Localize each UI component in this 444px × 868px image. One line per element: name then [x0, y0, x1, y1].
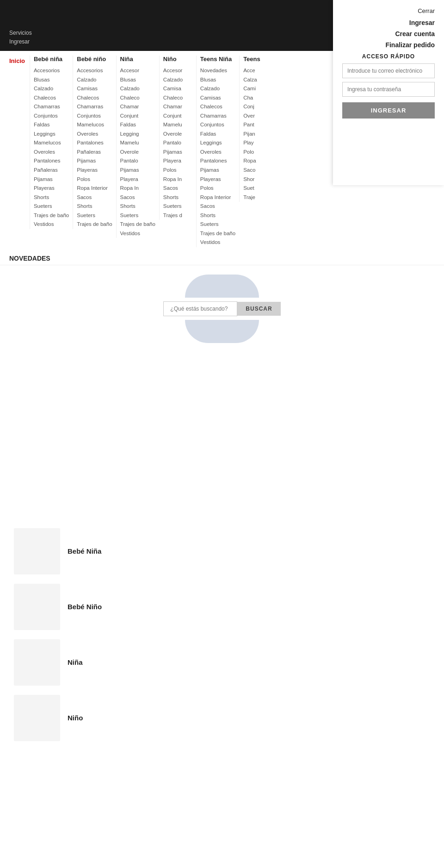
nav-item[interactable]: Faldas [34, 120, 69, 130]
nav-item[interactable]: Pijamas [163, 148, 192, 157]
nav-item[interactable]: Playera [163, 156, 192, 166]
nav-item[interactable]: Chalecos [34, 94, 69, 103]
nav-item[interactable]: Pijamas [77, 156, 112, 166]
nav-item[interactable]: Sueters [120, 211, 155, 220]
nav-item[interactable]: Sueters [163, 202, 192, 211]
nav-inicio[interactable]: Inicio [5, 57, 30, 64]
nav-item[interactable]: Trajes de baño [34, 211, 69, 220]
nav-item[interactable]: Suet [243, 184, 272, 193]
nav-item[interactable]: Chamarras [77, 102, 112, 112]
nav-item[interactable]: Legging [120, 130, 155, 139]
close-button[interactable]: Cerrar [342, 7, 435, 14]
nav-item[interactable]: Pantalo [120, 156, 155, 166]
nav-item[interactable]: Accesorios [34, 66, 69, 75]
nav-item[interactable]: Calzado [77, 75, 112, 85]
nav-item[interactable]: Pañaleras [34, 166, 69, 175]
nav-item[interactable]: Shorts [77, 202, 112, 211]
nav-item[interactable]: Chalecos [200, 102, 235, 112]
category-card-bebe-nina[interactable]: Bebé Niña [14, 528, 430, 575]
nav-item[interactable]: Pantalones [77, 138, 112, 148]
nav-item[interactable]: Ropa In [120, 184, 155, 193]
nav-item[interactable]: Overoles [200, 148, 235, 157]
nav-item[interactable]: Pijamas [34, 175, 69, 184]
nav-item[interactable]: Camisas [77, 84, 112, 94]
nav-item[interactable]: Trajes de baño [120, 220, 155, 229]
nav-item[interactable]: Calzado [120, 84, 155, 94]
search-button[interactable]: BUSCAR [237, 302, 280, 316]
nav-item[interactable]: Sueters [200, 220, 235, 229]
nav-item[interactable]: Ropa In [163, 175, 192, 184]
nav-item[interactable]: Accesorios [77, 66, 112, 75]
nav-item[interactable]: Saco [243, 166, 272, 175]
nav-item[interactable]: Polos [163, 166, 192, 175]
nav-item[interactable]: Pañaleras [77, 148, 112, 157]
category-card-bebe-nino[interactable]: Bebé Niño [14, 584, 430, 630]
nav-item[interactable]: Shorts [34, 193, 69, 202]
nav-item[interactable]: Ropa [243, 156, 272, 166]
nav-item[interactable]: Mamelucos [77, 120, 112, 130]
nav-item[interactable]: Conjuntos [200, 120, 235, 130]
servicios-link[interactable]: Servicios [9, 29, 32, 37]
nav-item[interactable]: Accesor [163, 66, 192, 75]
nav-item[interactable]: Camisas [200, 94, 235, 103]
ingresar-panel-link[interactable]: Ingresar [342, 19, 435, 26]
nav-item[interactable]: Mamelu [163, 120, 192, 130]
nav-item[interactable]: Pantalones [200, 156, 235, 166]
nav-item[interactable]: Calzado [200, 84, 235, 94]
nav-item[interactable]: Overole [120, 148, 155, 157]
nav-item[interactable]: Trajes d [163, 211, 192, 220]
nav-item[interactable]: Shorts [120, 202, 155, 211]
nav-item[interactable]: Pantalones [34, 156, 69, 166]
nav-item[interactable]: Polo [243, 148, 272, 157]
nav-item[interactable]: Trajes de baño [77, 220, 112, 229]
nav-item[interactable]: Overole [163, 130, 192, 139]
finalizar-pedido-link[interactable]: Finalizar pedido [342, 41, 435, 49]
nav-item[interactable]: Shorts [200, 211, 235, 220]
nav-item[interactable]: Playeras [34, 184, 69, 193]
nav-item[interactable]: Polos [200, 184, 235, 193]
ingresar-link[interactable]: Ingresar [9, 37, 32, 46]
nav-item[interactable]: Pijan [243, 130, 272, 139]
category-card-nina[interactable]: Niña [14, 639, 430, 686]
nav-item[interactable]: Traje [243, 193, 272, 202]
nav-item[interactable]: Calzado [163, 75, 192, 85]
nav-item[interactable]: Chalecos [77, 94, 112, 103]
nav-item[interactable]: Accesor [120, 66, 155, 75]
nav-item[interactable]: Playera [120, 175, 155, 184]
nav-item[interactable]: Faldas [120, 120, 155, 130]
nav-item[interactable]: Leggings [200, 138, 235, 148]
nav-item[interactable]: Pant [243, 120, 272, 130]
nav-item[interactable]: Chaleco [163, 94, 192, 103]
nav-item[interactable]: Vestidos [120, 229, 155, 238]
nav-item[interactable]: Sacos [200, 202, 235, 211]
nav-item[interactable]: Blusas [120, 75, 155, 85]
nav-item[interactable]: Mamelucos [34, 138, 69, 148]
nav-item[interactable]: Calza [243, 75, 272, 85]
nav-item[interactable]: Over [243, 112, 272, 121]
crear-cuenta-link[interactable]: Crear cuenta [342, 30, 435, 37]
nav-item[interactable]: Conjuntos [34, 112, 69, 121]
nav-item[interactable]: Polos [77, 175, 112, 184]
nav-item[interactable]: Cha [243, 94, 272, 103]
nav-item[interactable]: Overoles [77, 130, 112, 139]
nav-item[interactable]: Shorts [163, 193, 192, 202]
category-card-nino[interactable]: Niño [14, 695, 430, 741]
email-input[interactable] [342, 63, 435, 78]
nav-item[interactable]: Vestidos [200, 238, 235, 247]
nav-item[interactable]: Chamar [163, 102, 192, 112]
password-input[interactable] [342, 82, 435, 97]
nav-item[interactable]: Leggings [34, 130, 69, 139]
nav-item[interactable]: Camisa [163, 84, 192, 94]
nav-item[interactable]: Conjunt [120, 112, 155, 121]
search-input[interactable] [163, 301, 237, 316]
nav-item[interactable]: Vestidos [34, 220, 69, 229]
nav-item[interactable]: Overoles [34, 148, 69, 157]
nav-item[interactable]: Chaleco [120, 94, 155, 103]
nav-item[interactable]: Sacos [120, 193, 155, 202]
nav-item[interactable]: Sacos [77, 193, 112, 202]
nav-item[interactable]: Conjunt [163, 112, 192, 121]
nav-item[interactable]: Chamarras [34, 102, 69, 112]
nav-item[interactable]: Trajes de baño [200, 229, 235, 238]
nav-item[interactable]: Blusas [200, 75, 235, 85]
nav-item[interactable]: Pijamas [120, 166, 155, 175]
